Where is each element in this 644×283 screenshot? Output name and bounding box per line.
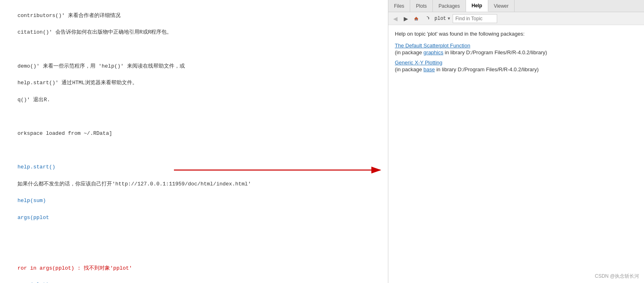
help-entry-1-desc: (in package graphics in library D:/Progr…: [395, 49, 547, 55]
console-line-2: citation()' 会告诉你如何在出版物中正确地引用R或R程序包。: [17, 29, 172, 35]
help-link-xyplotting[interactable]: Generic X-Y Plotting: [395, 60, 638, 66]
base-link[interactable]: base: [424, 66, 435, 72]
console-line-1: contributors()' 来看合作者的详细情况: [17, 13, 121, 19]
topic-dropdown-arrow[interactable]: ▼: [447, 16, 451, 21]
console-line-4: help.start()' 通过HTML浏览器来看帮助文件。: [17, 80, 137, 86]
back-button[interactable]: ◀: [391, 14, 400, 23]
help-entry-2: Generic X-Y Plotting (in package base in…: [395, 60, 638, 72]
tab-files[interactable]: Files: [388, 0, 410, 12]
console-panel: contributors()' 来看合作者的详细情况 citation()' 会…: [0, 0, 388, 283]
topic-group: plot ▼: [434, 14, 497, 23]
console-line-10: args(pplot: [17, 215, 49, 221]
console-line-3: demo()' 来看一些示范程序，用 'help()' 来阅读在线帮助文件，或: [17, 63, 184, 69]
watermark: CSDN @执念斩长河: [595, 273, 639, 280]
help-entry-1: The Default Scatterplot Function (in pac…: [395, 43, 638, 55]
console-line-8: 如果什么都不发生的话，你应该自己打开'http://127.0.0.1:1195…: [17, 181, 251, 187]
console-line-7: help.start(): [17, 164, 55, 170]
help-link-scatterplot[interactable]: The Default Scatterplot Function: [395, 43, 638, 49]
tab-plots[interactable]: Plots: [410, 0, 433, 12]
graphics-link[interactable]: graphics: [424, 49, 443, 55]
topic-label: plot ▼: [434, 16, 451, 21]
console-output: contributors()' 来看合作者的详细情况 citation()' 会…: [5, 3, 383, 283]
tab-packages[interactable]: Packages: [433, 0, 466, 12]
console-line-9: help(sum): [17, 198, 46, 204]
refresh-icon: [424, 16, 429, 21]
console-line-6: orkspace loaded from ~/.RData]: [17, 130, 112, 136]
forward-button[interactable]: ▶: [401, 14, 410, 23]
help-toolbar: ◀ ▶ plot ▼: [388, 12, 644, 25]
find-topic-input[interactable]: [453, 14, 497, 23]
tab-viewer[interactable]: Viewer: [488, 0, 515, 12]
help-intro-text: Help on topic 'plot' was found in the fo…: [395, 31, 638, 37]
home-icon: [414, 15, 419, 22]
tab-bar: Files Plots Packages Help Viewer: [388, 0, 644, 12]
help-entry-2-desc: (in package base in library D:/Program F…: [395, 66, 538, 72]
help-content-area: Help on topic 'plot' was found in the fo…: [388, 25, 644, 283]
tab-help[interactable]: Help: [466, 0, 488, 12]
home-button[interactable]: [412, 14, 421, 23]
svg-rect-3: [416, 19, 417, 20]
console-line-11: ror in args(pplot) : 找不到对象'pplot': [17, 265, 132, 271]
right-panel: Files Plots Packages Help Viewer ◀ ▶ plo…: [388, 0, 644, 283]
refresh-button[interactable]: [422, 14, 431, 23]
console-line-5: q()' 退出R.: [17, 97, 50, 103]
